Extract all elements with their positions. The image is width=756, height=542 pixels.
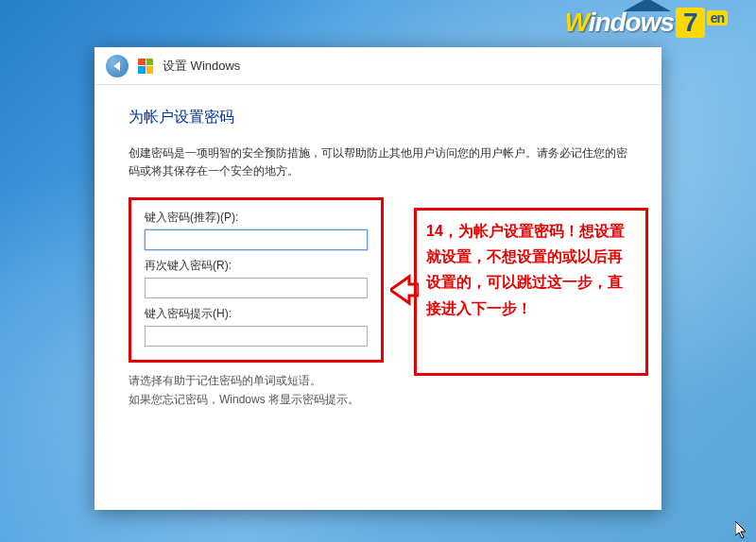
password-form-highlight: 键入密码(推荐)(P): 再次键入密码(R): 键入密码提示(H):	[129, 197, 384, 363]
dialog-titlebar: 设置 Windows	[94, 47, 662, 85]
back-button[interactable]	[106, 55, 129, 77]
password-label: 键入密码(推荐)(P):	[145, 210, 368, 226]
password-hint-input[interactable]	[145, 326, 368, 347]
annotation-callout: 14，为帐户设置密码！想设置就设置，不想设置的或以后再设置的，可以跳过这一步，直…	[414, 208, 648, 376]
page-description: 创建密码是一项明智的安全预防措施，可以帮助防止其他用户访问您的用户帐户。请务必记…	[129, 144, 627, 180]
logo-indows: indows	[589, 8, 674, 37]
mouse-cursor-icon	[735, 521, 748, 540]
dialog-title: 设置 Windows	[163, 58, 240, 75]
helper-line-2: 如果您忘记密码，Windows 将显示密码提示。	[129, 391, 627, 409]
password-hint-label: 键入密码提示(H):	[145, 306, 368, 322]
page-heading: 为帐户设置密码	[129, 108, 627, 127]
logo-suffix: en	[707, 10, 728, 25]
callout-arrow-icon	[390, 271, 419, 309]
callout-text: 14，为帐户设置密码！想设置就设置，不想设置的或以后再设置的，可以跳过这一步，直…	[426, 218, 636, 321]
logo-7: 7	[676, 8, 705, 38]
back-arrow-icon	[113, 61, 120, 71]
confirm-password-label: 再次键入密码(R):	[145, 258, 368, 274]
confirm-password-input[interactable]	[145, 278, 368, 298]
watermark-logo: Windows7en	[564, 8, 728, 38]
password-input[interactable]	[145, 229, 368, 250]
svg-marker-0	[390, 277, 419, 303]
windows-flag-icon	[138, 59, 153, 74]
svg-marker-1	[735, 521, 746, 538]
logo-w: W	[564, 8, 588, 37]
hint-helper-text: 请选择有助于记住密码的单词或短语。 如果您忘记密码，Windows 将显示密码提…	[129, 372, 627, 408]
